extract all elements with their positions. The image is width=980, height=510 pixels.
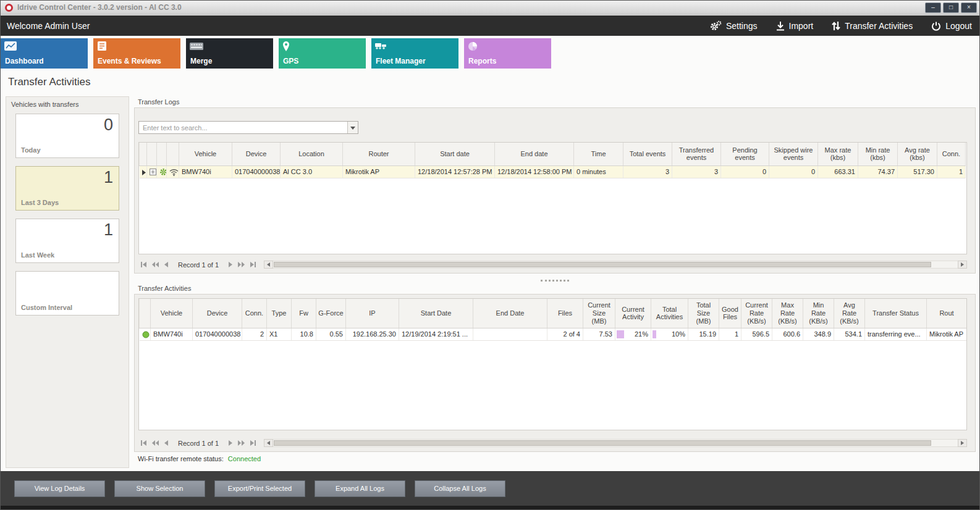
keyboard-icon: [190, 41, 203, 52]
col2-files[interactable]: Files: [547, 299, 583, 328]
col2-transfer-status[interactable]: Transfer Status: [865, 299, 927, 328]
scroll-right-icon[interactable]: [958, 261, 967, 269]
tile-gps[interactable]: GPS: [279, 38, 366, 69]
col-router[interactable]: Router: [343, 143, 415, 165]
col2-total-activities[interactable]: Total Activities: [651, 299, 688, 328]
cell2-good-files: 1: [719, 328, 741, 340]
filter-card-last-3-days[interactable]: 1 Last 3 Days: [15, 166, 119, 211]
today-label: Today: [21, 146, 41, 154]
logout-action[interactable]: Logout: [931, 21, 972, 31]
col2-max-rate[interactable]: Max Rate (KB/s): [772, 299, 803, 328]
export-print-selected-button[interactable]: Export/Print Selected: [214, 480, 305, 497]
last-record-icon[interactable]: [250, 440, 256, 446]
transfer-logs-grid: Vehicle Device Location Router Start dat…: [138, 142, 967, 254]
col2-current-size[interactable]: Current Size (MB): [583, 299, 615, 328]
tile-events-reviews-label: Events & Reviews: [98, 57, 161, 65]
col2-end-date[interactable]: End Date: [473, 299, 547, 328]
col2-current-rate[interactable]: Current Rate (KB/s): [741, 299, 772, 328]
col2-router[interactable]: Rout: [927, 299, 967, 328]
transfer-log-row[interactable]: BMW740i 017040000038 Al CC 3.0 Mikrotik …: [140, 165, 966, 178]
scrollbar-track[interactable]: [273, 261, 958, 269]
next-record-icon[interactable]: [228, 440, 232, 446]
import-action[interactable]: Import: [776, 21, 814, 31]
scroll-right-icon[interactable]: [958, 439, 967, 447]
col2-start-date[interactable]: Start Date: [399, 299, 473, 328]
maximize-button[interactable]: □: [943, 2, 959, 13]
col-pending-events[interactable]: Pending events: [721, 143, 769, 165]
prev-record-icon[interactable]: [164, 440, 169, 446]
col-skipped-wire-events[interactable]: Skipped wire events: [769, 143, 818, 165]
tile-events-reviews[interactable]: Events & Reviews: [93, 38, 180, 69]
col2-min-rate[interactable]: Min Rate (KB/s): [803, 299, 834, 328]
col2-vehicle[interactable]: Vehicle: [151, 299, 193, 328]
logs-horizontal-scrollbar[interactable]: [264, 260, 967, 269]
view-log-details-button[interactable]: View Log Details: [14, 480, 105, 497]
col2-conn[interactable]: Conn.: [242, 299, 267, 328]
filter-card-custom-interval[interactable]: Custom Interval: [15, 271, 119, 316]
next-page-icon[interactable]: [237, 262, 245, 267]
col2-fw[interactable]: Fw: [292, 299, 316, 328]
scroll-left-icon[interactable]: [264, 261, 273, 269]
chevron-down-icon[interactable]: [347, 122, 358, 133]
tile-fleet-manager[interactable]: Fleet Manager: [371, 38, 458, 69]
search-input[interactable]: Enter text to search...: [139, 122, 347, 133]
transfer-activity-row[interactable]: BMW740i 017040000038 2 X1 10.8 0.55 192.…: [140, 328, 967, 340]
col-start-date[interactable]: Start date: [415, 143, 495, 165]
col-max-rate[interactable]: Max rate (kbs): [818, 143, 858, 165]
col2-g-force[interactable]: G-Force: [316, 299, 346, 328]
wifi-transfer-status: Wi-Fi transfer remote status: Connected: [138, 455, 261, 462]
scroll-left-icon[interactable]: [264, 439, 273, 447]
scrollbar-thumb[interactable]: [274, 440, 931, 446]
titlebar[interactable]: Idrive Control Center - 3.0.2 version - …: [1, 1, 979, 15]
col2-current-activity[interactable]: Current Activity: [615, 299, 651, 328]
col-conn[interactable]: Conn.: [937, 143, 966, 165]
col-location[interactable]: Location: [281, 143, 343, 165]
first-record-icon[interactable]: [140, 440, 147, 446]
scrollbar-thumb[interactable]: [274, 262, 931, 267]
prev-record-icon[interactable]: [164, 262, 169, 267]
search-combobox[interactable]: Enter text to search...: [138, 121, 358, 134]
cell2-vehicle: BMW740i: [151, 328, 193, 340]
progress-text: 21%: [618, 330, 648, 338]
col2-total-size[interactable]: Total Size (MB): [688, 299, 719, 328]
next-record-icon[interactable]: [228, 262, 232, 267]
logs-pager-row: Record 1 of 1: [138, 259, 967, 270]
logs-record-navigator[interactable]: Record 1 of 1: [138, 261, 256, 269]
col-device[interactable]: Device: [232, 143, 281, 165]
first-record-icon[interactable]: [140, 262, 147, 267]
col-min-rate[interactable]: Min rate (kbs): [858, 143, 898, 165]
scrollbar-track[interactable]: [273, 439, 958, 447]
transfer-activities-action[interactable]: Transfer Activities: [832, 21, 913, 31]
activities-horizontal-scrollbar[interactable]: [264, 438, 967, 448]
last-record-icon[interactable]: [250, 262, 256, 267]
col2-device[interactable]: Device: [193, 299, 242, 328]
tile-merge[interactable]: Merge: [186, 38, 273, 69]
minimize-button[interactable]: –: [925, 2, 941, 13]
expand-all-logs-button[interactable]: Expand All Logs: [315, 480, 405, 497]
next-page-icon[interactable]: [237, 440, 245, 446]
filter-card-last-week[interactable]: 1 Last Week: [15, 219, 119, 263]
col2-type[interactable]: Type: [267, 299, 292, 328]
show-selection-button[interactable]: Show Selection: [114, 480, 205, 497]
close-button[interactable]: ×: [961, 2, 977, 13]
col-avg-rate[interactable]: Avg rate (kbs): [898, 143, 937, 165]
tile-dashboard[interactable]: Dashboard: [1, 38, 88, 69]
col-transferred-events[interactable]: Transferred events: [672, 143, 721, 165]
col-total-events[interactable]: Total events: [623, 143, 672, 165]
col2-good-files[interactable]: Good Files: [719, 299, 741, 328]
col2-ip[interactable]: IP: [346, 299, 399, 328]
gear-icon[interactable]: [157, 165, 167, 178]
expand-icon[interactable]: [147, 165, 157, 178]
settings-action[interactable]: Settings: [710, 20, 758, 31]
prev-page-icon[interactable]: [152, 440, 159, 446]
col2-avg-rate[interactable]: Avg Rate (KB/s): [834, 299, 865, 328]
tile-reports[interactable]: Reports: [464, 38, 551, 69]
activities-record-navigator[interactable]: Record 1 of 1: [138, 440, 256, 447]
collapse-all-logs-button[interactable]: Collapse All Logs: [415, 480, 505, 497]
col-vehicle[interactable]: Vehicle: [179, 143, 232, 165]
panel-splitter[interactable]: [134, 278, 976, 283]
col-time[interactable]: Time: [574, 143, 623, 165]
col-end-date[interactable]: End date: [495, 143, 574, 165]
filter-card-today[interactable]: 0 Today: [15, 114, 119, 158]
prev-page-icon[interactable]: [152, 262, 159, 267]
